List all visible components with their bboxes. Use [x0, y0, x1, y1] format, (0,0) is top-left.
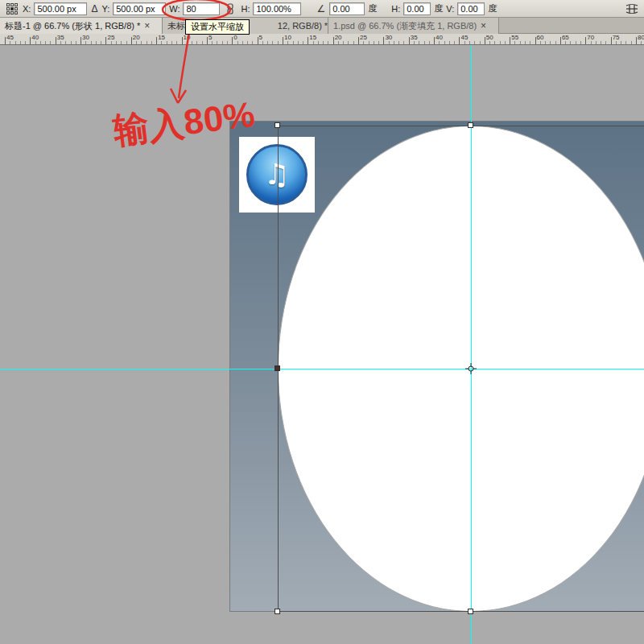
ruler-label: 55: [511, 34, 518, 41]
width-label: W:: [169, 4, 180, 14]
options-bar: X: Δ Y: W: H: ∠ 度 H: 度 V: 度: [0, 0, 644, 18]
ruler-label: 10: [284, 34, 291, 41]
ruler-label: 45: [460, 34, 468, 41]
y-position-input[interactable]: [113, 2, 166, 15]
ruler-label: 25: [360, 34, 367, 41]
warp-mode-icon[interactable]: [625, 2, 639, 16]
ruler-label: 40: [31, 34, 39, 41]
h-skew-label: H:: [391, 4, 400, 14]
ruler-label: 70: [587, 34, 594, 41]
transform-handle-top-center[interactable]: [468, 122, 473, 128]
h-skew-unit-label: 度: [434, 2, 443, 14]
horizontal-ruler[interactable]: 4540353025201510505101520253035404550556…: [0, 34, 644, 45]
vertical-guide[interactable]: [471, 45, 472, 644]
tab-label: 12, RGB/8) *: [278, 21, 328, 31]
reference-point-locator-icon[interactable]: [5, 2, 19, 16]
h-skew-input[interactable]: [403, 2, 431, 15]
ruler-label: 30: [82, 34, 89, 41]
link-dimensions-icon[interactable]: [223, 2, 237, 16]
ruler-label: 75: [613, 34, 620, 41]
tab-document-1[interactable]: 标题-1 @ 66.7% (形状 1, RGB/8) * ×: [0, 18, 163, 34]
transform-handle-bottom-center[interactable]: [468, 609, 473, 614]
canvas-viewport: ♫: [0, 45, 644, 644]
ruler-label: 60: [537, 34, 544, 41]
ruler-label: 80: [638, 34, 644, 41]
ruler-label: 50: [486, 34, 493, 41]
rotate-angle-input[interactable]: [329, 2, 365, 15]
tab-label: 1.psd @ 66.7% (渐变填充 1, RGB/8): [333, 20, 477, 32]
ruler-label: 65: [562, 34, 569, 41]
close-tab-icon[interactable]: ×: [480, 20, 487, 31]
v-skew-input[interactable]: [457, 2, 485, 15]
ruler-label: 20: [335, 34, 342, 41]
ruler-label: 10: [184, 34, 191, 41]
close-tab-icon[interactable]: ×: [143, 20, 151, 31]
transform-handle-bottom-left[interactable]: [275, 609, 280, 614]
height-scale-input[interactable]: [253, 2, 301, 15]
ruler-label: 40: [436, 34, 443, 41]
x-label: X:: [23, 4, 31, 14]
height-label: H:: [241, 4, 250, 14]
document-tab-bar: 标题-1 @ 66.7% (形状 1, RGB/8) * × 未标题-2 12,…: [0, 18, 644, 34]
rotate-angle-icon: ∠: [316, 3, 326, 14]
transform-reference-point[interactable]: [465, 363, 477, 378]
horizontal-guide[interactable]: [0, 369, 644, 369]
tooltip-set-horizontal-scale: 设置水平缩放: [185, 19, 250, 35]
ruler-label: 0: [233, 34, 237, 41]
ruler-label: 35: [411, 34, 418, 41]
tab-document-3[interactable]: 1.psd @ 66.7% (渐变填充 1, RGB/8) ×: [328, 18, 499, 34]
width-scale-input[interactable]: [183, 2, 220, 15]
x-position-input[interactable]: [34, 2, 87, 15]
ruler-label: 20: [133, 34, 140, 41]
ruler-label: 45: [6, 34, 14, 41]
ruler-label: 25: [107, 34, 114, 41]
v-skew-label: V:: [446, 4, 454, 14]
photoshop-window: X: Δ Y: W: H: ∠ 度 H: 度 V: 度: [0, 0, 644, 644]
y-label: Y:: [101, 4, 109, 14]
tab-label: 标题-1 @ 66.7% (形状 1, RGB/8) *: [5, 20, 140, 32]
ruler-label: 5: [259, 34, 262, 41]
ruler-label: 15: [309, 34, 316, 41]
angle-unit-label: 度: [368, 2, 377, 14]
ruler-label: 5: [208, 34, 212, 41]
relative-positioning-icon[interactable]: Δ: [90, 3, 98, 14]
ruler-label: 30: [385, 34, 392, 41]
v-skew-unit-label: 度: [488, 2, 497, 14]
ruler-label: 35: [57, 34, 64, 41]
transform-handle-middle-left[interactable]: [275, 365, 280, 371]
ruler-label: 15: [158, 34, 165, 41]
transform-handle-top-left[interactable]: [275, 122, 280, 128]
